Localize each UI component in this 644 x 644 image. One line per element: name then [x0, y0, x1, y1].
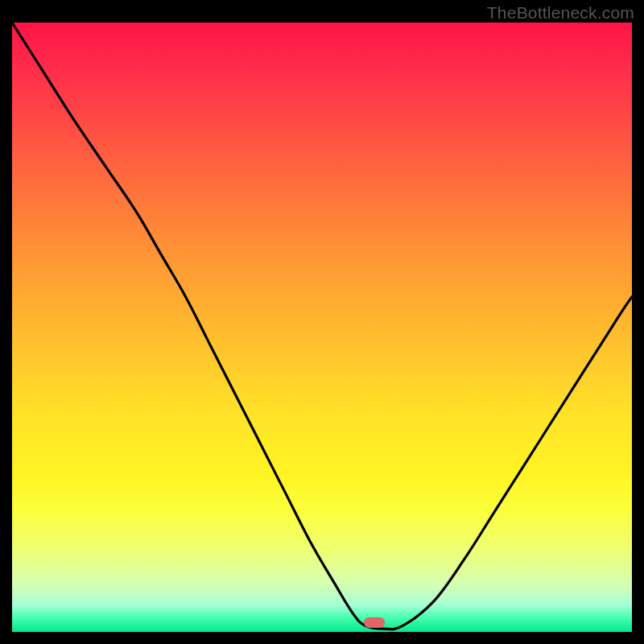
bottleneck-curve — [12, 23, 632, 632]
chart-frame: TheBottleneck.com — [0, 0, 644, 644]
watermark-text: TheBottleneck.com — [487, 3, 634, 23]
optimal-marker — [364, 617, 385, 628]
curve-path — [12, 23, 632, 630]
plot-area — [12, 23, 632, 632]
